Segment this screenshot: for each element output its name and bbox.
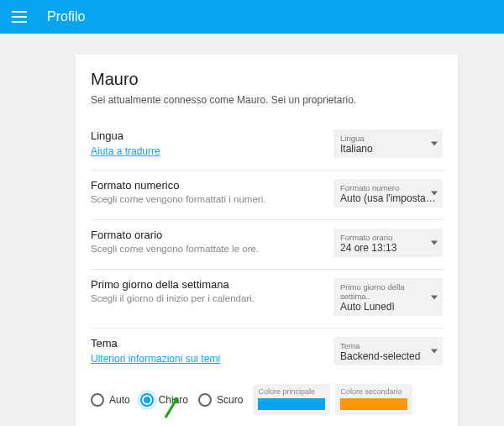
number-format-select-label: Formato numero — [340, 183, 436, 192]
first-day-title: Primo giorno della settimana — [91, 278, 323, 291]
menu-icon[interactable] — [12, 8, 29, 25]
chevron-down-icon — [431, 350, 438, 354]
chevron-down-icon — [431, 295, 438, 299]
row-first-day: Primo giorno della settimana Scegli il g… — [91, 270, 443, 329]
theme-radio-light[interactable] — [140, 393, 154, 407]
first-day-desc: Scegli il giorno di inizio per i calenda… — [91, 293, 323, 303]
profile-name: Mauro — [91, 70, 443, 89]
time-format-select-label: Formato orario — [340, 233, 436, 242]
language-title: Lingua — [91, 129, 323, 142]
profile-subtitle: Sei attualmente connesso come Mauro. Sei… — [91, 94, 443, 106]
language-select-label: Lingua — [340, 134, 436, 143]
theme-radio-dark[interactable] — [198, 393, 212, 407]
chevron-down-icon — [431, 241, 438, 245]
theme-help-link[interactable]: Ulteriori informazioni sui temi — [91, 353, 220, 365]
theme-radio-auto-label: Auto — [109, 394, 130, 406]
number-format-select-value: Auto (usa l'impostazio — [340, 192, 436, 204]
primary-color-label: Colore principale — [258, 387, 325, 396]
first-day-select-value: Auto Lunedì — [340, 301, 436, 313]
language-select[interactable]: Lingua Italiano — [333, 129, 443, 158]
theme-radio-dark-label: Scuro — [217, 394, 243, 406]
theme-radio-auto[interactable] — [91, 393, 104, 407]
time-format-select[interactable]: Formato orario 24 ore 13:13 — [333, 229, 443, 257]
translate-help-link[interactable]: Aiuta a tradurre — [91, 145, 160, 157]
theme-select-value: Backend-selected — [340, 350, 436, 362]
theme-radio-light-label: Chiaro — [159, 394, 188, 406]
profile-card: Mauro Sei attualmente connesso come Maur… — [76, 55, 458, 426]
time-format-select-value: 24 ore 13:13 — [340, 242, 436, 254]
number-format-title: Formato numerico — [91, 179, 323, 192]
theme-select[interactable]: Tema Backend-selected — [333, 337, 443, 366]
first-day-select[interactable]: Primo giorno della settima.. Auto Lunedì — [333, 278, 443, 316]
theme-title: Tema — [91, 337, 323, 350]
secondary-color-swatch[interactable] — [340, 398, 407, 410]
language-select-value: Italiano — [340, 143, 436, 155]
primary-color-box: Colore principale — [253, 384, 330, 415]
theme-select-label: Tema — [340, 341, 436, 350]
chevron-down-icon — [431, 192, 438, 196]
secondary-color-box: Colore secondario — [335, 384, 412, 415]
theme-mode-radios: Auto Chiaro Scuro Colore principale Colo… — [91, 377, 443, 426]
primary-color-swatch[interactable] — [258, 398, 325, 410]
number-format-desc: Scegli come vengono formattati i numeri. — [91, 194, 323, 204]
row-number-format: Formato numerico Scegli come vengono for… — [91, 171, 443, 220]
number-format-select[interactable]: Formato numero Auto (usa l'impostazio — [333, 179, 443, 208]
row-theme: Tema Ulteriori informazioni sui temi Tem… — [91, 329, 443, 377]
top-bar: Profilo — [0, 0, 504, 34]
row-language: Lingua Aiuta a tradurre Lingua Italiano — [91, 121, 443, 171]
page-title: Profilo — [47, 9, 85, 24]
time-format-desc: Scegli come vengono formattate le ore. — [91, 244, 323, 254]
time-format-title: Formato orario — [91, 229, 323, 241]
chevron-down-icon — [431, 142, 438, 146]
row-time-format: Formato orario Scegli come vengono forma… — [91, 220, 443, 270]
first-day-select-label: Primo giorno della settima.. — [340, 282, 436, 301]
secondary-color-label: Colore secondario — [340, 387, 407, 396]
